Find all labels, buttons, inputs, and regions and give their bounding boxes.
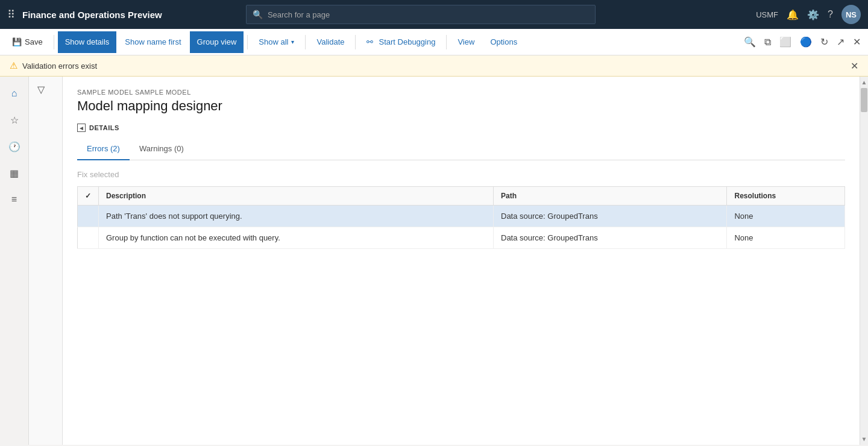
grid-icon[interactable]: ⠿ (7, 8, 15, 21)
main-layout: ⌂ ☆ 🕐 ▦ ≡ ▽ SAMPLE MODEL SAMPLE MODEL Mo… (0, 77, 868, 445)
settings-icon[interactable]: ⚙️ (807, 9, 819, 20)
vertical-scrollbar[interactable]: ▲ ▼ (860, 77, 868, 445)
details-section: ◄ DETAILS Errors (2) Warnings (0) Fix se… (77, 124, 845, 249)
sidebar-star-icon[interactable]: ☆ (4, 109, 25, 131)
avatar[interactable]: NS (841, 5, 861, 24)
sidebar-home-icon[interactable]: ⌂ (4, 83, 25, 104)
table-header-description: Description (99, 187, 494, 206)
table-header-check: ✓ (78, 187, 99, 206)
row-check (78, 227, 99, 249)
scroll-track[interactable] (860, 88, 868, 433)
tab-warnings-label: Warnings (0) (139, 144, 184, 153)
row-path: Data source: GroupedTrans (494, 206, 727, 227)
table-header-resolutions: Resolutions (727, 187, 845, 206)
search-box: 🔍 (246, 5, 596, 24)
warning-icon: ⚠ (10, 60, 17, 71)
refresh-icon[interactable]: ↻ (818, 34, 831, 50)
show-name-first-label: Show name first (125, 37, 181, 46)
help-icon[interactable]: ? (828, 9, 833, 20)
table-row[interactable]: Group by function can not be executed wi… (78, 227, 845, 249)
view-label: View (458, 37, 474, 46)
fix-selected-label: Fix selected (77, 170, 119, 179)
scroll-thumb[interactable] (861, 88, 867, 112)
start-debugging-label: Start Debugging (379, 37, 435, 46)
details-toggle[interactable]: ◄ DETAILS (77, 124, 845, 132)
search-input[interactable] (268, 10, 589, 19)
validation-close-button[interactable]: ✕ (851, 60, 858, 72)
save-label: Save (25, 37, 43, 46)
cmd-separator-2 (247, 35, 248, 49)
left-sidebar: ⌂ ☆ 🕐 ▦ ≡ (0, 77, 29, 445)
sidebar-list-icon[interactable]: ≡ (4, 189, 25, 210)
cmd-separator-3 (305, 35, 306, 49)
sidebar-clock-icon[interactable]: 🕐 (4, 136, 25, 157)
table-header: ✓ Description Path Resolutions (78, 187, 845, 206)
scroll-down-arrow[interactable]: ▼ (859, 433, 868, 445)
group-view-label: Group view (197, 37, 237, 46)
show-all-dropdown-icon: ▾ (291, 39, 294, 45)
scroll-up-arrow[interactable]: ▲ (859, 77, 868, 88)
user-label: USMF (756, 10, 778, 19)
cmd-separator-4 (355, 35, 356, 49)
group-view-button[interactable]: Group view (190, 31, 244, 53)
filter-icon[interactable]: ▽ (37, 84, 45, 95)
command-bar: 💾 Save Show details Show name first Grou… (0, 29, 868, 55)
grid-cmd-icon[interactable]: ⧉ (762, 34, 773, 50)
errors-table: ✓ Description Path Resolutions Path 'Tra… (77, 186, 845, 249)
notification-badge-icon[interactable]: 🔵 (797, 34, 814, 50)
validation-bar: ⚠ Validation errors exist ✕ (0, 55, 868, 77)
tab-warnings[interactable]: Warnings (0) (130, 139, 193, 160)
sidebar-grid-icon[interactable]: ▦ (4, 162, 25, 184)
notification-icon[interactable]: 🔔 (787, 9, 799, 20)
close-icon[interactable]: ✕ (851, 34, 863, 50)
row-resolutions: None (727, 206, 845, 227)
breadcrumb: SAMPLE MODEL SAMPLE MODEL (77, 89, 845, 96)
save-icon: 💾 (12, 37, 22, 46)
content-area: SAMPLE MODEL SAMPLE MODEL Model mapping … (63, 77, 860, 445)
debug-icon: ⚯ (366, 37, 373, 46)
row-description: Group by function can not be executed wi… (99, 227, 494, 249)
filter-sidebar: ▽ (29, 77, 63, 445)
start-debugging-button[interactable]: ⚯ Start Debugging (359, 31, 442, 53)
tab-errors-label: Errors (2) (87, 144, 120, 153)
row-path: Data source: GroupedTrans (494, 227, 727, 249)
top-nav-right: USMF 🔔 ⚙️ ? NS (756, 5, 861, 24)
show-all-label: Show all (259, 37, 288, 46)
top-nav-bar: ⠿ Finance and Operations Preview 🔍 USMF … (0, 0, 868, 29)
view-button[interactable]: View (450, 31, 482, 53)
table-header-path: Path (494, 187, 727, 206)
app-title: Finance and Operations Preview (22, 10, 162, 20)
table-body: Path 'Trans' does not support querying.D… (78, 206, 845, 249)
row-resolutions: None (727, 227, 845, 249)
search-cmd-icon[interactable]: 🔍 (741, 34, 758, 50)
tab-errors[interactable]: Errors (2) (77, 139, 130, 160)
validate-label: Validate (316, 37, 344, 46)
toggle-icon: ◄ (77, 124, 86, 132)
cmd-separator-5 (446, 35, 447, 49)
show-details-button[interactable]: Show details (58, 31, 117, 53)
save-button[interactable]: 💾 Save (5, 31, 50, 53)
show-details-label: Show details (65, 37, 110, 46)
cmd-right: 🔍 ⧉ ⬜ 🔵 ↻ ↗ ✕ (741, 34, 863, 50)
table-row[interactable]: Path 'Trans' does not support querying.D… (78, 206, 845, 227)
validate-button[interactable]: Validate (309, 31, 351, 53)
row-description: Path 'Trans' does not support querying. (99, 206, 494, 227)
toggle-arrow: ◄ (78, 125, 84, 131)
open-external-icon[interactable]: ↗ (834, 34, 847, 50)
options-button[interactable]: Options (483, 31, 524, 53)
page-title: Model mapping designer (77, 98, 845, 114)
row-check (78, 206, 99, 227)
details-label: DETAILS (89, 124, 119, 131)
show-name-first-button[interactable]: Show name first (118, 31, 188, 53)
fix-selected-button[interactable]: Fix selected (77, 170, 119, 179)
cmd-separator-1 (54, 35, 54, 49)
search-icon: 🔍 (253, 10, 263, 19)
show-all-button[interactable]: Show all ▾ (251, 31, 301, 53)
fullscreen-icon[interactable]: ⬜ (777, 34, 794, 50)
validation-message: Validation errors exist (22, 61, 97, 71)
tabs: Errors (2) Warnings (0) (77, 139, 845, 160)
options-label: Options (490, 37, 517, 46)
